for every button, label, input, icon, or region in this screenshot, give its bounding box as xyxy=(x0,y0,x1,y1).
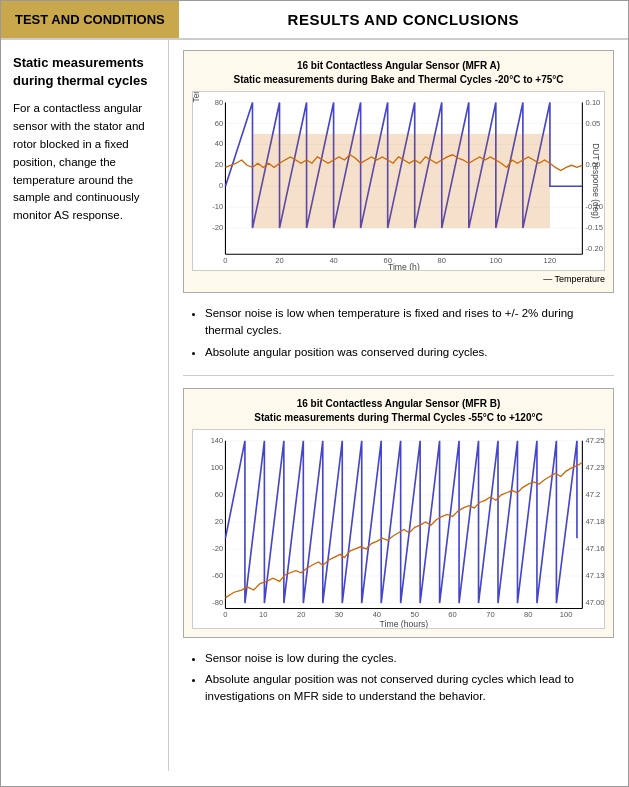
bullets1-list: Sensor noise is low when temperature is … xyxy=(193,305,614,361)
svg-text:100: 100 xyxy=(211,463,224,472)
section-title: Static measurements during thermal cycle… xyxy=(13,54,156,90)
svg-text:10: 10 xyxy=(259,610,267,619)
bullet1-item1: Sensor noise is low when temperature is … xyxy=(205,305,614,340)
svg-rect-43 xyxy=(496,134,523,228)
svg-rect-39 xyxy=(388,134,415,228)
svg-text:47.13: 47.13 xyxy=(586,571,604,580)
chart1-box: 16 bit Contactless Angular Sensor (MFR A… xyxy=(183,50,614,293)
svg-text:-0.15: -0.15 xyxy=(586,223,603,232)
svg-text:0: 0 xyxy=(223,610,227,619)
header-left-title: TEST AND CONDITIONS xyxy=(15,12,165,27)
right-panel: 16 bit Contactless Angular Sensor (MFR A… xyxy=(169,40,628,771)
bullets2-list: Sensor noise is low during the cycles. A… xyxy=(193,650,614,706)
header-right-title: RESULTS AND CONCLUSIONS xyxy=(288,11,520,28)
section-body: For a contactless angular sensor with th… xyxy=(13,100,156,225)
header-left: TEST AND CONDITIONS xyxy=(1,1,179,38)
main-content: Static measurements during thermal cycle… xyxy=(1,40,628,771)
svg-text:-80: -80 xyxy=(212,598,223,607)
svg-rect-36 xyxy=(307,134,334,228)
svg-text:Time (h): Time (h) xyxy=(388,262,420,270)
svg-text:60: 60 xyxy=(215,119,223,128)
svg-text:-10: -10 xyxy=(212,202,223,211)
svg-text:80: 80 xyxy=(524,610,532,619)
svg-text:40: 40 xyxy=(329,256,337,265)
svg-text:47.00: 47.00 xyxy=(586,598,604,607)
svg-text:0.00: 0.00 xyxy=(586,161,601,170)
svg-text:140: 140 xyxy=(211,436,224,445)
svg-text:40: 40 xyxy=(215,140,223,149)
svg-text:20: 20 xyxy=(215,517,223,526)
svg-text:70: 70 xyxy=(486,610,494,619)
svg-text:80: 80 xyxy=(215,98,223,107)
svg-rect-40 xyxy=(415,134,442,228)
svg-rect-41 xyxy=(442,134,469,228)
svg-text:20: 20 xyxy=(215,161,223,170)
svg-text:100: 100 xyxy=(560,610,573,619)
chart2-area: 140 100 60 20 -20 -60 -80 47.25 47.23 47… xyxy=(192,429,605,629)
svg-text:50: 50 xyxy=(411,610,419,619)
svg-text:47.25: 47.25 xyxy=(586,436,604,445)
bullet1-item2: Absolute angular position was conserved … xyxy=(205,344,614,361)
svg-rect-35 xyxy=(280,134,307,228)
page-header: TEST AND CONDITIONS RESULTS AND CONCLUSI… xyxy=(1,1,628,40)
svg-text:47.16: 47.16 xyxy=(586,544,604,553)
bullet2-item2: Absolute angular position was not conser… xyxy=(205,671,614,706)
svg-rect-38 xyxy=(361,134,388,228)
svg-text:47.18: 47.18 xyxy=(586,517,604,526)
svg-text:Temperature (°C): Temperature (°C) xyxy=(193,92,202,102)
svg-text:-20: -20 xyxy=(212,544,223,553)
bullet2-item1: Sensor noise is low during the cycles. xyxy=(205,650,614,667)
svg-text:40: 40 xyxy=(373,610,381,619)
chart2-box: 16 bit Contactless Angular Sensor (MFR B… xyxy=(183,388,614,638)
svg-text:120: 120 xyxy=(544,256,557,265)
svg-text:20: 20 xyxy=(297,610,305,619)
svg-text:47.23: 47.23 xyxy=(586,463,604,472)
chart2-title: 16 bit Contactless Angular Sensor (MFR B… xyxy=(192,397,605,425)
svg-text:100: 100 xyxy=(490,256,503,265)
svg-rect-44 xyxy=(523,134,550,228)
svg-text:0.05: 0.05 xyxy=(586,119,601,128)
header-right: RESULTS AND CONCLUSIONS xyxy=(179,1,628,38)
svg-text:60: 60 xyxy=(448,610,456,619)
svg-text:-0.10: -0.10 xyxy=(586,202,603,211)
svg-rect-42 xyxy=(469,134,496,228)
chart1-area: Temperature (°C) DUT response (deg) xyxy=(192,91,605,271)
svg-text:Time (hours): Time (hours) xyxy=(380,619,429,629)
svg-text:0: 0 xyxy=(223,256,227,265)
svg-text:47.2: 47.2 xyxy=(586,490,601,499)
svg-text:0: 0 xyxy=(219,181,223,190)
chart1-legend: — Temperature xyxy=(192,274,605,284)
svg-text:0.10: 0.10 xyxy=(586,98,601,107)
svg-text:80: 80 xyxy=(438,256,446,265)
svg-text:30: 30 xyxy=(335,610,343,619)
svg-text:-0.20: -0.20 xyxy=(586,244,603,253)
svg-text:60: 60 xyxy=(215,490,223,499)
svg-rect-34 xyxy=(252,134,279,228)
svg-text:-20: -20 xyxy=(212,223,223,232)
svg-rect-37 xyxy=(334,134,361,228)
svg-text:20: 20 xyxy=(275,256,283,265)
section-divider xyxy=(183,375,614,376)
chart1-title: 16 bit Contactless Angular Sensor (MFR A… xyxy=(192,59,605,87)
svg-text:-60: -60 xyxy=(212,571,223,580)
left-panel: Static measurements during thermal cycle… xyxy=(1,40,169,771)
